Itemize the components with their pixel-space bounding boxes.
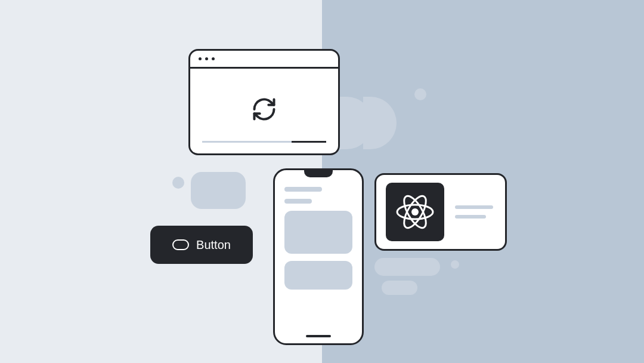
placeholder-line <box>284 199 312 204</box>
browser-window <box>188 49 340 155</box>
button-component[interactable]: Button <box>150 226 253 264</box>
placeholder-block <box>284 211 352 254</box>
placeholder-block <box>284 261 352 290</box>
progress-bar <box>202 141 326 143</box>
react-logo-tile <box>386 183 444 241</box>
illustration-stage: Button <box>0 0 644 363</box>
window-control-dot <box>205 57 208 60</box>
decorative-dot <box>172 177 184 189</box>
svg-point-0 <box>411 208 419 216</box>
react-card-text <box>455 205 493 219</box>
toggle-icon <box>172 239 189 250</box>
phone-home-bar <box>306 335 331 337</box>
progress-fill <box>292 141 326 143</box>
placeholder-line <box>455 215 486 219</box>
button-label: Button <box>196 238 231 252</box>
refresh-icon <box>251 96 277 125</box>
window-control-dot <box>199 57 202 60</box>
decorative-dot <box>414 88 426 100</box>
react-card <box>374 173 507 251</box>
browser-titlebar <box>190 51 338 69</box>
placeholder-line <box>284 187 322 192</box>
placeholder-line <box>455 205 493 209</box>
phone-notch <box>304 170 333 177</box>
window-control-dot <box>212 57 215 60</box>
placeholder-pill <box>382 281 417 295</box>
placeholder-card <box>191 172 246 209</box>
placeholder-pill <box>374 258 440 276</box>
react-logo-icon <box>395 192 435 232</box>
phone-screen <box>275 170 362 290</box>
decorative-dot <box>451 260 459 269</box>
phone-mockup <box>273 168 364 345</box>
